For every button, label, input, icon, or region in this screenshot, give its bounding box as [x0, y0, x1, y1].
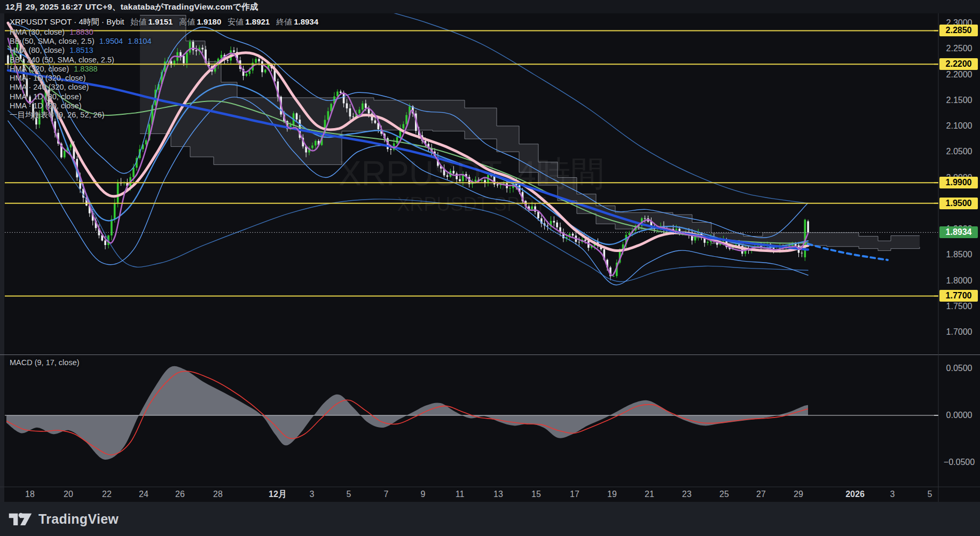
- macd-axis-label: −0.0500: [938, 458, 980, 467]
- legend-row-value: 1.8388: [74, 65, 97, 73]
- price-level-badge: 1.9900: [939, 177, 978, 188]
- time-axis-label: 21: [645, 487, 654, 501]
- macd-axis-label: 0.0000: [938, 411, 980, 420]
- macd-axis-label: 0.0500: [938, 364, 980, 373]
- time-axis-label: 23: [682, 487, 692, 501]
- ohlc-values: 始値1.9151高値1.9180安値1.8921終値1.8934: [124, 17, 319, 27]
- price-axis[interactable]: 2.30002.25002.20002.15002.10002.05002.00…: [938, 0, 980, 502]
- legend-row[interactable]: HMA (80, close)1.8513: [10, 46, 318, 55]
- legend-row-label: BB · 240 (50, SMA, close, 2.5): [10, 56, 114, 64]
- price-axis-label: 2.1000: [938, 121, 980, 131]
- price-axis-label: 1.8000: [938, 276, 980, 286]
- time-axis-label: 15: [531, 487, 541, 501]
- legend-row-value: 1.9504: [99, 37, 123, 45]
- price-level-badge: 2.2850: [939, 25, 978, 36]
- indicator-rows: HMA (30, close)1.8830BB (50, SMA, close,…: [10, 27, 318, 120]
- legend-row[interactable]: 一目均衡表® (9, 26, 52, 26): [10, 111, 318, 120]
- legend-row-value: 1.8104: [128, 37, 151, 45]
- legend-row-label: 一目均衡表® (9, 26, 52, 26): [10, 110, 105, 120]
- footer-brand-bar: TradingView: [0, 502, 980, 536]
- legend-row-value: 1.8513: [69, 46, 93, 54]
- price-level-badge: 1.9500: [939, 198, 978, 209]
- legend-row-label: HMA · 1D (320, close): [10, 74, 86, 82]
- legend-row-value: 1.8830: [69, 28, 93, 36]
- creation-text: 12月 29, 2025 16:27 UTC+9、takatabaがTradin…: [5, 2, 258, 11]
- macd-indicator-label[interactable]: MACD (9, 17, close): [10, 358, 80, 367]
- time-axis-label: 3: [890, 487, 895, 501]
- legend-row[interactable]: HMA · 1D (320, close): [10, 73, 318, 82]
- ohlc-label: 終値: [276, 17, 292, 26]
- ohlc-value: 1.8934: [294, 17, 318, 26]
- price-axis-label: 1.8500: [938, 250, 980, 259]
- symbol-title: XRPUSDT SPOT · 4時間 · Bybit: [10, 17, 124, 27]
- legend-row[interactable]: BB · 240 (50, SMA, close, 2.5): [10, 55, 318, 64]
- ohlc-value: 1.8921: [245, 17, 270, 26]
- time-axis-label: 26: [175, 487, 185, 501]
- time-axis-label: 19: [607, 487, 617, 501]
- time-axis-label: 28: [213, 487, 223, 501]
- time-axis-label: 11: [456, 487, 465, 501]
- legend-row-label: HMA (30, close): [10, 28, 65, 36]
- price-axis-label: 2.0500: [938, 147, 980, 156]
- price-level-badge: 1.7700: [939, 290, 978, 302]
- time-axis-label: 12月: [269, 487, 287, 501]
- legend-row[interactable]: HMA (30, close)1.8830: [10, 27, 318, 36]
- price-level-badge: 2.2200: [939, 58, 978, 70]
- time-axis-label: 24: [139, 487, 148, 501]
- ohlc-label: 高値: [179, 17, 195, 26]
- brand-name[interactable]: TradingView: [38, 511, 119, 527]
- legend-row-label: HMA · 240 (320, close): [10, 83, 89, 91]
- time-axis-label: 13: [493, 487, 503, 501]
- ohlc-label: 安値: [228, 17, 244, 26]
- ohlc-label: 始値: [131, 17, 147, 26]
- tradingview-chart-window: 12月 29, 2025 16:27 UTC+9、takatabaがTradin…: [0, 0, 980, 536]
- legend-row[interactable]: HMA (320, close)1.8388: [10, 64, 318, 73]
- tradingview-logo-icon[interactable]: [7, 510, 33, 528]
- symbol-title-row[interactable]: XRPUSDT SPOT · 4時間 · Bybit 始値1.9151高値1.9…: [10, 17, 318, 27]
- time-axis-label: 25: [719, 487, 729, 501]
- indicator-legend: XRPUSDT SPOT · 4時間 · Bybit 始値1.9151高値1.9…: [10, 17, 318, 120]
- time-axis-label: 3: [310, 487, 315, 501]
- legend-row-label: HMA · 1D (20, close): [10, 101, 82, 110]
- price-axis-label: 2.2000: [938, 70, 980, 80]
- legend-row[interactable]: HMA · 1D (20, close): [10, 101, 318, 110]
- time-axis-label: 27: [756, 487, 766, 501]
- legend-row-label: HMA (320, close): [10, 65, 69, 73]
- creation-info-bar: 12月 29, 2025 16:27 UTC+9、takatabaがTradin…: [0, 0, 980, 13]
- time-axis-label: 22: [102, 487, 112, 501]
- ohlc-value: 1.9151: [148, 17, 173, 26]
- left-edge-strip: [0, 13, 4, 502]
- legend-row-label: BB (50, SMA, close, 2.5): [10, 37, 95, 45]
- ohlc-value: 1.9180: [197, 17, 221, 26]
- time-axis-label: 18: [25, 487, 35, 501]
- price-axis-label: 1.7000: [938, 327, 980, 337]
- legend-row[interactable]: HMA · 240 (320, close): [10, 83, 318, 92]
- current-price-badge: 1.8934: [939, 226, 978, 238]
- time-axis-label: 17: [570, 487, 579, 501]
- time-axis-label: 9: [421, 487, 426, 501]
- time-axis-label: 7: [384, 487, 389, 501]
- price-axis-label: 1.7500: [938, 302, 980, 311]
- price-axis-label: 2.2500: [938, 44, 980, 53]
- legend-row-label: HMA · 1D (80, close): [10, 92, 82, 101]
- legend-row-label: HMA (80, close): [10, 46, 65, 54]
- time-axis[interactable]: 18202224262812月3579111315171921232527292…: [0, 487, 980, 502]
- time-axis-label: 29: [794, 487, 803, 501]
- time-axis-label: 5: [928, 487, 932, 501]
- price-axis-label: 2.1500: [938, 96, 980, 105]
- time-axis-label: 2026: [845, 487, 865, 501]
- time-axis-label: 20: [64, 487, 73, 501]
- time-axis-label: 5: [347, 487, 351, 501]
- legend-row[interactable]: BB (50, SMA, close, 2.5)1.95041.8104: [10, 36, 318, 45]
- legend-row[interactable]: HMA · 1D (80, close): [10, 92, 318, 101]
